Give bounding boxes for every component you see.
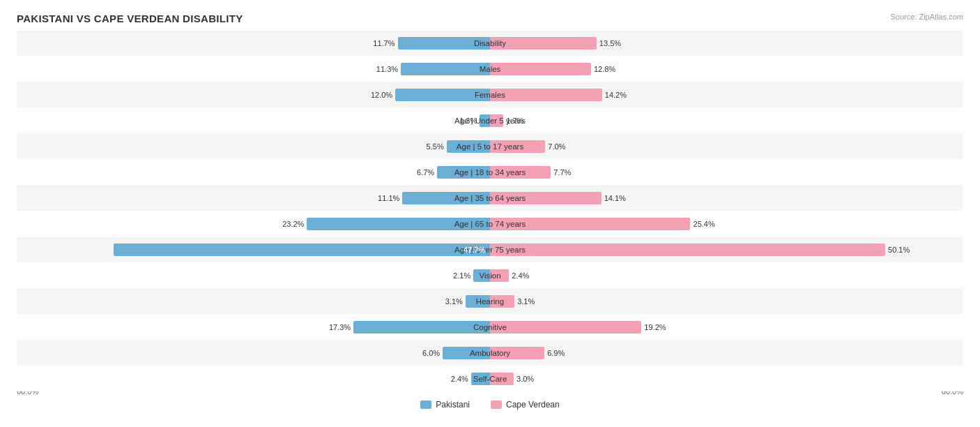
bar-left-value: 1.3% <box>459 117 477 125</box>
chart-row: Females12.0%14.2% <box>17 82 963 107</box>
bar-right-value: 7.7% <box>553 168 571 177</box>
bar-left-value: 11.7% <box>373 39 395 47</box>
bar-center-label: Age | 65 to 74 years <box>454 220 526 228</box>
bar-left <box>114 244 490 256</box>
bar-right-value: 6.9% <box>547 349 565 357</box>
bar-center-label: Hearing <box>476 297 504 306</box>
chart-row: Age | 18 to 34 years6.7%7.7% <box>17 159 963 185</box>
bar-right-value: 3.0% <box>516 375 534 383</box>
chart-area: Disability11.7%13.5%Males11.3%12.8%Femal… <box>17 30 963 386</box>
bar-right-value: 50.1% <box>888 246 910 254</box>
bar-center-label: Age | 35 to 64 years <box>454 194 526 202</box>
bar-right-value: 1.7% <box>506 117 523 125</box>
bar-left-value: 2.4% <box>451 375 468 383</box>
bar-left-value: 5.5% <box>427 142 444 151</box>
chart-row: Vision2.1%2.4% <box>17 262 963 288</box>
bar-right-value: 14.1% <box>604 194 626 202</box>
bar-left-value: 11.1% <box>378 194 399 202</box>
chart-row: Hearing3.1%3.1% <box>17 288 963 314</box>
bar-left-value: 3.1% <box>445 297 463 306</box>
bar-center-label: Disability <box>474 39 506 47</box>
legend-box-pakistani <box>420 400 431 409</box>
bar-right-value: 25.4% <box>694 220 715 228</box>
bar-right-value: 19.2% <box>644 323 666 331</box>
bar-right-value: 3.1% <box>517 297 535 306</box>
bar-center-label: Females <box>475 91 505 99</box>
bar-center-label: Cognitive <box>473 323 507 331</box>
chart-container: PAKISTANI VS CAPE VERDEAN DISABILITY Sou… <box>0 0 980 427</box>
chart-row: Age | Under 5 years1.3%1.7% <box>17 107 963 133</box>
chart-row: Ambulatory6.0%6.9% <box>17 340 963 366</box>
bar-right <box>490 244 885 256</box>
bar-left-value: 47.7% <box>464 246 485 254</box>
bar-right-value: 14.2% <box>605 91 627 99</box>
bar-center-label: Age | 18 to 34 years <box>454 168 526 177</box>
bar-left <box>401 63 490 75</box>
bar-left-value: 12.0% <box>371 91 392 99</box>
legend-label-cape-verdean: Cape Verdean <box>506 400 560 410</box>
bar-center-label: Self-Care <box>473 375 507 383</box>
bar-right-value: 13.5% <box>599 39 621 47</box>
chart-row: Age | Over 75 years47.7%50.1% <box>17 237 963 262</box>
bar-right-value: 7.0% <box>548 142 565 151</box>
chart-title: PAKISTANI VS CAPE VERDEAN DISABILITY <box>17 13 963 24</box>
legend: Pakistani Cape Verdean <box>17 400 963 410</box>
bar-center-label: Age | 5 to 17 years <box>457 142 523 151</box>
bar-center-label: Ambulatory <box>470 349 510 357</box>
legend-item-cape-verdean: Cape Verdean <box>491 400 560 410</box>
bar-right-value: 2.4% <box>512 271 529 280</box>
chart-row: Age | 35 to 64 years11.1%14.1% <box>17 185 963 211</box>
chart-row: Age | 5 to 17 years5.5%7.0% <box>17 133 963 159</box>
legend-box-cape-verdean <box>491 400 502 409</box>
chart-row: Males11.3%12.8% <box>17 56 963 82</box>
bar-center-label: Vision <box>479 271 500 280</box>
bar-left-value: 11.3% <box>376 65 398 73</box>
bar-right-value: 12.8% <box>594 65 615 73</box>
bar-right <box>490 63 591 75</box>
chart-row: Cognitive17.3%19.2% <box>17 314 963 340</box>
legend-item-pakistani: Pakistani <box>420 400 470 410</box>
chart-row: Disability11.7%13.5% <box>17 30 963 56</box>
bar-left-value: 23.2% <box>282 220 304 228</box>
chart-row: Age | 65 to 74 years23.2%25.4% <box>17 211 963 237</box>
bar-center-label: Males <box>480 65 501 73</box>
bar-left-value: 6.0% <box>422 349 440 357</box>
bar-left-value: 6.7% <box>417 168 434 177</box>
bar-left <box>353 321 490 334</box>
bar-right <box>490 321 641 334</box>
bar-left-value: 17.3% <box>329 323 351 331</box>
source-label: Source: ZipAtlas.com <box>890 13 963 21</box>
chart-row: Self-Care2.4%3.0% <box>17 366 963 391</box>
bar-right <box>490 89 602 101</box>
bar-left-value: 2.1% <box>453 271 470 280</box>
legend-label-pakistani: Pakistani <box>436 400 470 410</box>
